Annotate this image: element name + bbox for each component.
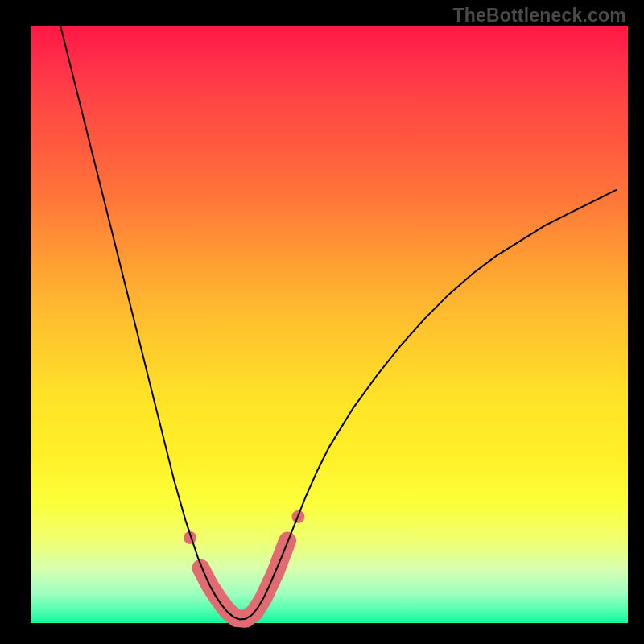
curve-overlay [0,0,644,644]
chart-frame: TheBottleneck.com [0,0,644,644]
bottleneck-curve [43,0,616,620]
optimum-band [200,541,287,619]
